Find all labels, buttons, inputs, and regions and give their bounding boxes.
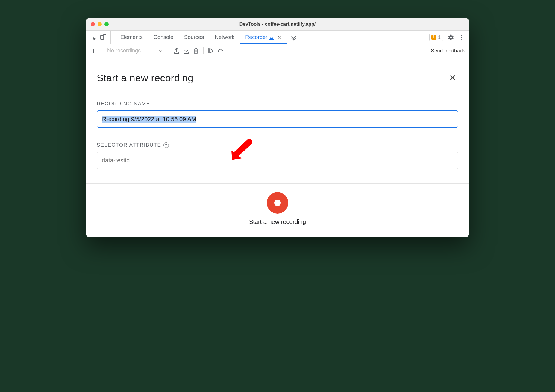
flask-icon — [269, 35, 274, 40]
selector-attribute-label: SELECTOR ATTRIBUTE ? — [97, 142, 458, 148]
recording-name-value: Recording 9/5/2022 at 10:56:09 AM — [102, 116, 196, 123]
new-recording-icon[interactable] — [90, 48, 97, 54]
tab-label: Elements — [120, 34, 143, 40]
recorder-toolbar: No recordings Send feedback — [86, 44, 469, 57]
svg-rect-2 — [103, 35, 106, 40]
recording-name-label: RECORDING NAME — [97, 101, 458, 107]
recorder-panel: Start a new recording ✕ RECORDING NAME R… — [86, 57, 469, 169]
start-recording-label: Start a new recording — [249, 218, 306, 225]
send-feedback-link[interactable]: Send feedback — [431, 48, 465, 54]
window-title: DevTools - coffee-cart.netlify.app/ — [86, 22, 469, 27]
dropdown-label: No recordings — [107, 48, 141, 54]
export-icon[interactable] — [173, 48, 180, 54]
recordings-dropdown[interactable]: No recordings — [105, 47, 165, 54]
inspect-element-icon[interactable] — [90, 34, 97, 41]
selector-attribute-input[interactable] — [97, 152, 458, 169]
devtools-window: DevTools - coffee-cart.netlify.app/ Elem… — [86, 18, 469, 237]
traffic-lights — [86, 22, 109, 26]
tab-recorder[interactable]: Recorder ✕ — [240, 31, 287, 44]
tab-network[interactable]: Network — [209, 31, 240, 44]
more-tabs-button[interactable] — [287, 31, 301, 44]
tabs-list: Elements Console Sources Network Recorde… — [115, 31, 287, 44]
tab-elements[interactable]: Elements — [115, 31, 148, 44]
separator — [203, 47, 204, 54]
selector-attribute-field: SELECTOR ATTRIBUTE ? — [97, 142, 458, 169]
recording-name-input[interactable]: Recording 9/5/2022 at 10:56:09 AM — [97, 110, 458, 128]
warning-icon — [431, 35, 436, 40]
svg-point-4 — [461, 35, 462, 36]
help-icon[interactable]: ? — [163, 142, 169, 148]
issues-badge[interactable]: 1 — [429, 34, 443, 41]
recording-name-field: RECORDING NAME Recording 9/5/2022 at 10:… — [97, 101, 458, 128]
step-icon[interactable] — [208, 48, 214, 54]
settings-icon[interactable] — [448, 34, 454, 41]
inspect-tools — [89, 31, 111, 44]
issues-count: 1 — [438, 35, 441, 40]
tab-label: Console — [154, 34, 173, 40]
titlebar: DevTools - coffee-cart.netlify.app/ — [86, 18, 469, 31]
close-tab-icon[interactable]: ✕ — [278, 34, 281, 40]
svg-point-8 — [218, 51, 219, 52]
svg-rect-7 — [208, 49, 209, 53]
tab-console[interactable]: Console — [148, 31, 179, 44]
label-text: SELECTOR ATTRIBUTE — [97, 142, 161, 148]
separator — [101, 47, 101, 54]
record-dot-icon — [274, 200, 281, 206]
panel-header: Start a new recording ✕ — [97, 72, 458, 84]
svg-point-5 — [461, 37, 462, 38]
devtools-tabs-row: Elements Console Sources Network Recorde… — [86, 31, 469, 44]
replay-icon[interactable] — [217, 48, 224, 54]
kebab-menu-icon[interactable] — [458, 34, 465, 41]
minimize-window-button[interactable] — [98, 22, 102, 26]
close-window-button[interactable] — [91, 22, 95, 26]
close-panel-button[interactable]: ✕ — [447, 72, 458, 84]
delete-icon[interactable] — [192, 48, 199, 54]
tab-label: Recorder — [245, 34, 267, 40]
import-icon[interactable] — [183, 48, 189, 54]
tabs-right-controls: 1 — [429, 31, 466, 44]
tab-label: Sources — [184, 34, 204, 40]
tab-sources[interactable]: Sources — [179, 31, 209, 44]
separator — [169, 47, 169, 54]
device-toolbar-icon[interactable] — [100, 34, 107, 41]
bottom-action-bar: Start a new recording — [86, 183, 469, 237]
page-title: Start a new recording — [97, 72, 193, 84]
chevron-down-icon — [159, 49, 163, 53]
tab-label: Network — [215, 34, 234, 40]
svg-point-6 — [461, 39, 462, 40]
start-recording-button[interactable] — [267, 192, 288, 214]
maximize-window-button[interactable] — [104, 22, 109, 26]
